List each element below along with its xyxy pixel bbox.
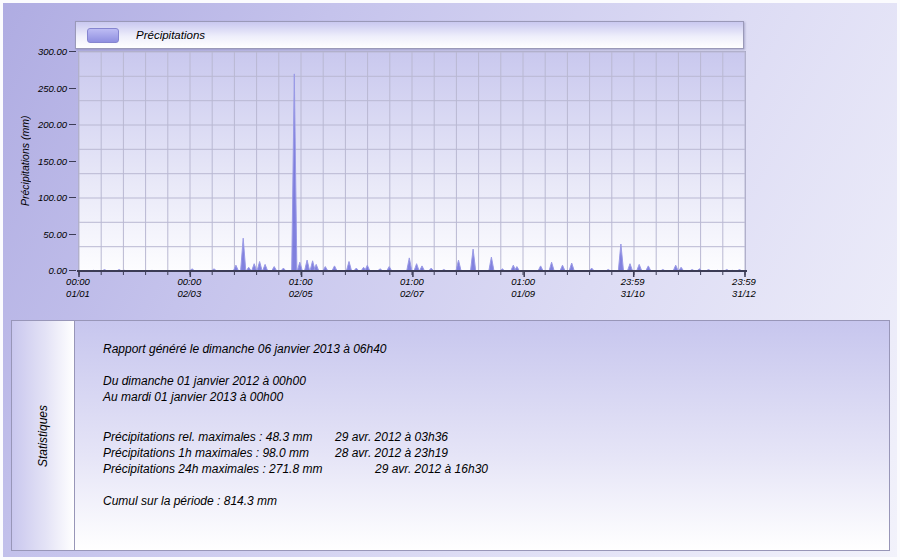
precipitation-chart bbox=[79, 52, 745, 280]
x-axis-tick-label: 01:0002/07 bbox=[382, 276, 442, 300]
y-axis-tick-mark bbox=[69, 51, 76, 52]
x-axis-tick-label: 01:0001/09 bbox=[493, 276, 553, 300]
y-axis-tick-mark bbox=[69, 88, 76, 89]
report-generated-line: Rapport généré le dimanche 06 janvier 20… bbox=[103, 341, 879, 357]
stats-sidebar-label: Statistiques bbox=[36, 404, 50, 466]
stat-label: Précipitations rel. maximales : 48.3 mm bbox=[103, 429, 335, 445]
stat-label: Précipitations 24h maximales : 271.8 mm bbox=[103, 461, 375, 477]
y-axis-tick-label: 0.00 bbox=[21, 265, 67, 276]
y-axis-tick-label: 250.00 bbox=[21, 83, 67, 94]
stat-date: 29 avr. 2012 à 16h30 bbox=[375, 461, 488, 477]
y-axis-tick-mark bbox=[69, 270, 76, 271]
y-axis-tick-mark bbox=[69, 161, 76, 162]
plot-area bbox=[78, 51, 746, 272]
y-axis-tick-mark bbox=[69, 124, 76, 125]
stat-label: Précipitations 1h maximales : 98.0 mm bbox=[103, 445, 335, 461]
y-axis-tick-label: 150.00 bbox=[21, 156, 67, 167]
stat-date: 29 avr. 2012 à 03h36 bbox=[335, 429, 448, 445]
stat-date: 28 avr. 2012 à 23h19 bbox=[335, 445, 448, 461]
y-axis-tick-label: 200.00 bbox=[21, 119, 67, 130]
stat-row-24h-max: Précipitations 24h maximales : 271.8 mm … bbox=[103, 461, 879, 477]
x-axis-tick-label: 00:0002/03 bbox=[159, 276, 219, 300]
cumulative-line: Cumul sur la période : 814.3 mm bbox=[103, 493, 879, 509]
legend-label: Précipitations bbox=[136, 29, 205, 41]
report-page: Précipitations Précipitations (mm) 300.0… bbox=[0, 0, 900, 560]
stats-content: Rapport généré le dimanche 06 janvier 20… bbox=[75, 321, 889, 550]
x-axis-tick-label: 01:0002/05 bbox=[271, 276, 331, 300]
y-axis-tick-mark bbox=[69, 234, 76, 235]
stats-sidebar: Statistiques bbox=[12, 321, 75, 550]
x-axis-tick-label: 23:5931/12 bbox=[714, 276, 774, 300]
x-axis-tick-label: 23:5931/10 bbox=[603, 276, 663, 300]
y-axis-tick-label: 50.00 bbox=[21, 229, 67, 240]
y-axis-tick-mark bbox=[69, 197, 76, 198]
stats-panel: Statistiques Rapport généré le dimanche … bbox=[11, 320, 890, 551]
period-from-line: Du dimanche 01 janvier 2012 à 00h00 bbox=[103, 373, 879, 389]
precipitation-series-swatch-icon bbox=[87, 28, 119, 43]
stat-row-rel-max: Précipitations rel. maximales : 48.3 mm … bbox=[103, 429, 879, 445]
chart-legend: Précipitations bbox=[75, 21, 744, 49]
y-axis-tick-label: 100.00 bbox=[21, 192, 67, 203]
stat-row-1h-max: Précipitations 1h maximales : 98.0 mm 28… bbox=[103, 445, 879, 461]
y-axis-tick-label: 300.00 bbox=[21, 46, 67, 57]
x-axis-tick-label: 00:0001/01 bbox=[48, 276, 108, 300]
period-to-line: Au mardi 01 janvier 2013 à 00h00 bbox=[103, 389, 879, 405]
